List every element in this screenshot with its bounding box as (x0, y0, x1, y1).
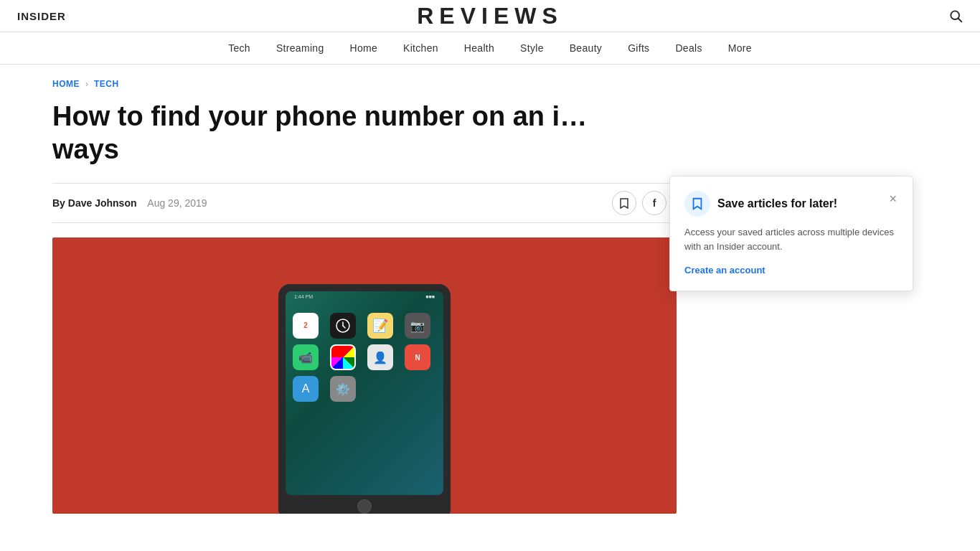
app-camera: 📷 (405, 313, 430, 339)
facebook-button[interactable]: f (642, 191, 666, 215)
bookmark-button[interactable] (612, 191, 636, 215)
save-popup-cta[interactable]: Create an account (684, 265, 765, 276)
article-meta: By Dave Johnson Aug 29, 2019 f (52, 183, 727, 223)
breadcrumb: HOME › TECH (52, 79, 928, 89)
ipad-screen: 1:44 PM ■■■ 2 📝 (286, 291, 443, 495)
clock-icon (335, 318, 351, 334)
save-popup-description: Access your saved articles across multip… (684, 225, 898, 253)
app-news: N (405, 344, 430, 370)
author-name[interactable]: Dave Johnson (68, 197, 137, 209)
nav-item-health[interactable]: Health (464, 39, 494, 57)
author-prefix: By (52, 197, 65, 209)
ipad-home-button (357, 499, 372, 514)
main-content: HOME › TECH How to find your phone numbe… (24, 65, 956, 514)
nav-item-beauty[interactable]: Beauty (570, 39, 602, 57)
status-battery: ■■■ (425, 294, 435, 299)
article-date: Aug 29, 2019 (147, 197, 207, 209)
ipad-device: 1:44 PM ■■■ 2 📝 (278, 284, 451, 514)
bookmark-popup-icon (691, 197, 704, 211)
insider-logo[interactable]: INSIDER (17, 10, 66, 22)
svg-line-5 (343, 326, 345, 328)
nav-item-home[interactable]: Home (349, 39, 377, 57)
ipad-status-bar: 1:44 PM ■■■ (286, 294, 443, 299)
app-calendar: 2 (293, 313, 319, 339)
app-facetime: 📹 (293, 344, 319, 370)
nav-item-kitchen[interactable]: Kitchen (403, 39, 438, 57)
save-popup: Save articles for later! × Access your s… (669, 176, 913, 291)
bookmark-icon (619, 197, 629, 209)
save-popup-close-button[interactable]: × (887, 191, 898, 207)
status-time: 1:44 PM (294, 294, 313, 299)
app-settings: ⚙️ (330, 376, 356, 402)
main-nav: Tech Streaming Home Kitchen Health Style… (0, 32, 980, 65)
breadcrumb-tech[interactable]: TECH (94, 79, 119, 89)
reviews-logo: REVIEWS (417, 3, 563, 29)
breadcrumb-home[interactable]: HOME (52, 79, 80, 89)
app-appstore: A (293, 376, 319, 402)
save-popup-title-row: Save articles for later! (684, 191, 837, 217)
search-button[interactable] (948, 9, 963, 23)
app-clock (330, 313, 356, 339)
save-popup-bookmark-icon (684, 191, 710, 217)
app-grid: 2 📝 📷 📹 👤 (286, 291, 443, 409)
nav-item-more[interactable]: More (728, 39, 752, 57)
nav-item-style[interactable]: Style (520, 39, 544, 57)
site-header: INSIDER REVIEWS (0, 0, 980, 32)
article-author-line: By Dave Johnson Aug 29, 2019 (52, 197, 207, 209)
nav-item-deals[interactable]: Deals (675, 39, 702, 57)
save-popup-header: Save articles for later! × (684, 191, 898, 217)
save-popup-title: Save articles for later! (717, 197, 837, 210)
nav-item-streaming[interactable]: Streaming (276, 39, 324, 57)
app-contacts: 👤 (367, 344, 393, 370)
app-photos (330, 344, 356, 370)
app-notes: 📝 (367, 313, 393, 339)
article-title: How to find your phone number on an i… w… (52, 100, 641, 166)
nav-item-tech[interactable]: Tech (228, 39, 250, 57)
breadcrumb-separator: › (85, 79, 88, 89)
svg-line-1 (958, 19, 962, 22)
hero-image: 1:44 PM ■■■ 2 📝 (52, 237, 677, 514)
ipad-illustration: 1:44 PM ■■■ 2 📝 (52, 237, 677, 514)
nav-item-gifts[interactable]: Gifts (628, 39, 649, 57)
search-icon (948, 9, 963, 23)
